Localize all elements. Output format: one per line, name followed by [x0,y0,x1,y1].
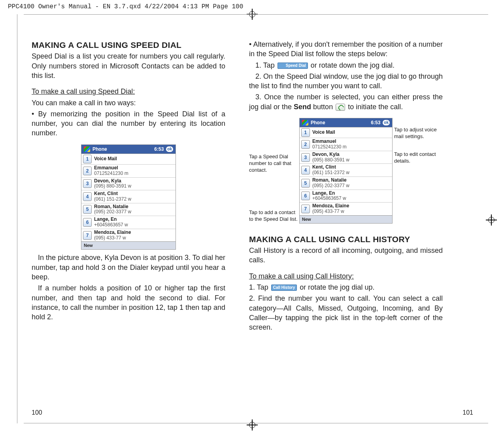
speed-dial-figure-annotated: Tap a Speed Dial number to call that con… [249,118,443,224]
bullet-memorize: • By memorizing the position in the Spee… [32,109,225,138]
list-item: 5Roman, Natalie(095) 202-3377 w [81,203,176,216]
registration-mark-bottom [247,419,258,431]
annotation-edit-contact: Tap to edit contact details. [394,151,443,165]
speed-dial-button-icon: Speed Dial [277,63,308,69]
right-column: • Alternatively, if you don't remember t… [249,40,443,334]
step-1: 1. Tap Speed Dial or rotate down the jog… [249,61,443,70]
step-2: 2. On the Speed Dial window, use the jog… [249,72,443,91]
start-flag-icon [84,146,90,152]
position-10-paragraph: If a number holds a position of 10 or hi… [32,283,225,322]
phone-title: Phone [92,146,107,152]
list-item: 2Emmanuel07125241230 m [81,165,176,178]
subheading-call-history: To make a call using Call History: [249,271,443,281]
phone-time: 6:53 [154,146,164,152]
new-bar: New [81,242,176,250]
list-item: 3Devon, Kyla(095) 880-3591 w [81,178,176,191]
start-flag-icon [302,120,308,125]
page-number-right: 101 [462,409,473,416]
registration-mark-right [486,214,497,226]
kyla-devon-paragraph: In the picture above, Kyla Devon is at p… [32,253,225,282]
step-3: 3. Once the number is selected, you can … [249,92,443,112]
annotation-left: Tap a Speed Dial number to call that con… [249,118,298,224]
speed-dial-figure-1: Phone 6:53 ok 1Voice Mail 2Emmanuel07125… [81,144,176,250]
annotation-tap-number: Tap a Speed Dial number to call that con… [249,154,298,174]
phone-titlebar: Phone 6:53 ok [81,144,176,154]
call-history-step2: 2. Find the number you want to call. You… [249,294,443,332]
left-column: MAKING A CALL USING SPEED DIAL Speed Dia… [32,40,225,334]
crop-line-top [24,14,488,15]
page-number-left: 100 [32,409,42,416]
subheading-make-call: To make a call using Speed Dial: [32,87,225,96]
bullet-alternatively: • Alternatively, if you don't remember t… [249,40,443,59]
ok-button: ok [166,146,173,152]
call-history-step1: 1. Tap Call History or rotate the jog di… [249,283,443,292]
heading-call-history: MAKING A CALL USING CALL HISTORY [249,234,443,245]
two-ways-line: You can make a call in two ways: [32,98,225,108]
list-item: 4Kent, Clint(061) 151-2372 w [81,190,176,203]
list-item: 7Mendoza, Elaine(095) 433-77 w [81,229,176,242]
annotation-tap-add: Tap to add a contact to the Speed Dial l… [249,209,298,223]
annotation-right: Tap to adjust voice mail settings. Tap t… [394,118,443,224]
send-button-icon [336,104,345,111]
list-item: 1Voice Mail [81,154,176,165]
heading-speed-dial: MAKING A CALL USING SPEED DIAL [32,40,225,51]
page-spread: MAKING A CALL USING SPEED DIAL Speed Dia… [0,12,504,341]
speed-dial-list: 1Voice Mail 2Emmanuel07125241230 m 3Devo… [81,154,176,242]
call-history-intro: Call History is a record of all incoming… [249,246,443,265]
speed-dial-intro: Speed Dial is a list you create for numb… [32,51,225,80]
list-item: 6Lange, En+6045863657 w [81,216,176,229]
call-history-button-icon: Call History [271,284,297,291]
annotation-voicemail: Tap to adjust voice mail settings. [394,127,443,140]
crop-line-left [17,14,17,423]
